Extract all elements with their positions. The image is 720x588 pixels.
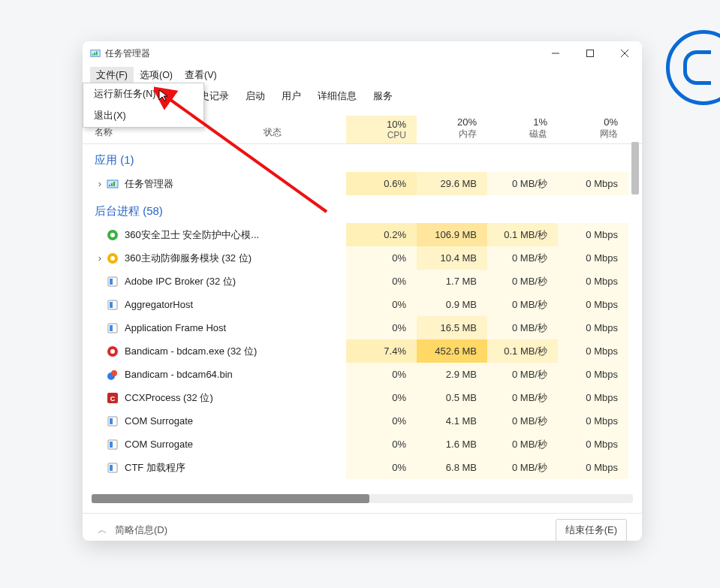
- process-name: ›Application Frame Host: [83, 322, 264, 334]
- net-cell: 0 Mbps: [558, 316, 628, 339]
- svg-rect-21: [110, 325, 113, 331]
- table-row[interactable]: ›AggregatorHost0%0.9 MB0 MB/秒0 Mbps: [83, 293, 642, 316]
- svg-rect-19: [110, 302, 113, 308]
- net-cell: 0 Mbps: [558, 339, 628, 363]
- mem-cell: 2.9 MB: [417, 363, 487, 386]
- col-disk[interactable]: 1%磁盘: [487, 113, 558, 143]
- decorative-badge: [666, 30, 720, 105]
- svg-rect-10: [111, 183, 113, 186]
- table-row[interactable]: ›COM Surrogate0%1.6 MB0 MB/秒0 Mbps: [83, 433, 642, 456]
- process-name-text: COM Surrogate: [125, 439, 193, 450]
- mem-cell: 6.8 MB: [417, 456, 487, 479]
- table-row[interactable]: ›360主动防御服务模块 (32 位)0%10.4 MB0 MB/秒0 Mbps: [83, 246, 642, 270]
- disk-cell: 0 MB/秒: [487, 316, 558, 339]
- process-name-text: 任务管理器: [125, 177, 173, 191]
- process-icon: [107, 276, 119, 288]
- process-name-text: Bandicam - bdcam64.bin: [125, 369, 233, 380]
- mem-cell: 10.4 MB: [417, 246, 487, 270]
- menu-file[interactable]: 文件(F): [90, 67, 134, 84]
- net-cell: 0 Mbps: [558, 246, 628, 270]
- mem-cell: 29.6 MB: [417, 172, 487, 195]
- process-name-text: AggregatorHost: [125, 299, 193, 310]
- col-memory[interactable]: 20%内存: [417, 113, 487, 143]
- mem-cell: 452.6 MB: [417, 339, 487, 363]
- svg-rect-29: [110, 418, 113, 424]
- cpu-cell: 7.4%: [346, 339, 417, 363]
- col-network[interactable]: 0%网络: [558, 113, 628, 143]
- close-button[interactable]: [607, 41, 642, 65]
- svg-point-25: [111, 370, 117, 376]
- net-cell: 0 Mbps: [558, 409, 628, 433]
- table-row[interactable]: ›Adobe IPC Broker (32 位)0%1.7 MB0 MB/秒0 …: [83, 270, 642, 293]
- horizontal-scrollbar[interactable]: [92, 494, 633, 503]
- cpu-cell: 0%: [346, 270, 417, 293]
- net-cell: 0 Mbps: [558, 223, 628, 246]
- svg-point-15: [110, 256, 115, 261]
- tab-services[interactable]: 服务: [365, 85, 401, 109]
- disk-cell: 0 MB/秒: [487, 363, 558, 386]
- process-name: ›Adobe IPC Broker (32 位): [83, 275, 264, 288]
- chevron-right-icon[interactable]: ›: [95, 252, 105, 264]
- net-cell: 0 Mbps: [558, 433, 628, 456]
- minimize-button[interactable]: [538, 41, 573, 65]
- cpu-cell: 0%: [346, 363, 417, 386]
- table-row[interactable]: ›COM Surrogate0%4.1 MB0 MB/秒0 Mbps: [83, 409, 642, 433]
- table-row[interactable]: ›任务管理器0.6%29.6 MB0 MB/秒0 Mbps: [83, 172, 642, 195]
- section-background: 后台进程 (58): [83, 195, 642, 223]
- titlebar[interactable]: 任务管理器: [83, 41, 642, 65]
- table-row[interactable]: ›Bandicam - bdcam.exe (32 位)7.4%452.6 MB…: [83, 339, 642, 363]
- menu-exit[interactable]: 退出(X): [83, 105, 203, 127]
- chevron-right-icon[interactable]: ›: [95, 178, 105, 189]
- maximize-button[interactable]: [573, 41, 607, 65]
- menu-view[interactable]: 查看(V): [179, 67, 223, 84]
- footer: ︿ 简略信息(D) 结束任务(E): [83, 514, 642, 541]
- content-area: 名称 状态 10%CPU 20%内存 1%磁盘 0%网络 应用 (1)›任务管理…: [83, 107, 642, 514]
- process-list[interactable]: 应用 (1)›任务管理器0.6%29.6 MB0 MB/秒0 Mbps后台进程 …: [83, 144, 642, 513]
- tab-details[interactable]: 详细信息: [309, 85, 365, 109]
- table-row[interactable]: ›CTF 加载程序0%6.8 MB0 MB/秒0 Mbps: [83, 456, 642, 479]
- net-cell: 0 Mbps: [558, 363, 628, 386]
- svg-rect-3: [96, 51, 98, 55]
- process-name: ›CCCXProcess (32 位): [83, 391, 264, 405]
- process-name: ›AggregatorHost: [83, 299, 264, 311]
- cpu-cell: 0%: [346, 456, 417, 479]
- tab-users[interactable]: 用户: [273, 85, 309, 109]
- process-icon: [107, 345, 119, 357]
- table-row[interactable]: ›Bandicam - bdcam64.bin0%2.9 MB0 MB/秒0 M…: [83, 363, 642, 386]
- fewer-details-link[interactable]: 简略信息(D): [115, 523, 167, 537]
- tab-startup[interactable]: 启动: [237, 85, 273, 109]
- mem-cell: 16.5 MB: [417, 316, 487, 339]
- process-name: ›360主动防御服务模块 (32 位): [83, 252, 264, 265]
- table-row[interactable]: ›Application Frame Host0%16.5 MB0 MB/秒0 …: [83, 316, 642, 339]
- file-menu-dropdown: 运行新任务(N) 退出(X): [83, 83, 204, 128]
- process-name: ›任务管理器: [83, 177, 264, 191]
- process-icon: [107, 322, 119, 334]
- process-name: ›360安全卫士 安全防护中心模...: [83, 228, 264, 242]
- scroll-thumb[interactable]: [631, 142, 639, 194]
- col-status[interactable]: 状态: [264, 126, 346, 143]
- disk-cell: 0.1 MB/秒: [487, 339, 558, 363]
- window-title: 任务管理器: [105, 47, 150, 60]
- disk-cell: 0 MB/秒: [487, 386, 558, 409]
- disk-cell: 0 MB/秒: [487, 172, 558, 195]
- process-icon: C: [107, 392, 119, 404]
- mem-cell: 4.1 MB: [417, 409, 487, 433]
- process-name-text: Application Frame Host: [125, 322, 226, 333]
- menu-options[interactable]: 选项(O): [134, 67, 179, 84]
- col-cpu[interactable]: 10%CPU: [346, 116, 417, 143]
- svg-rect-9: [109, 185, 110, 186]
- mem-cell: 0.9 MB: [417, 293, 487, 316]
- disk-cell: 0 MB/秒: [487, 293, 558, 316]
- cpu-cell: 0%: [346, 409, 417, 433]
- vertical-scrollbar[interactable]: [630, 110, 639, 474]
- table-row[interactable]: ›360安全卫士 安全防护中心模...0.2%106.9 MB0.1 MB/秒0…: [83, 223, 642, 246]
- table-row[interactable]: ›CCCXProcess (32 位)0%0.5 MB0 MB/秒0 Mbps: [83, 386, 642, 409]
- menu-run-new-task[interactable]: 运行新任务(N): [83, 83, 203, 105]
- hscroll-thumb[interactable]: [92, 494, 369, 503]
- cpu-cell: 0.6%: [346, 172, 417, 195]
- process-icon: [107, 415, 119, 427]
- process-name-text: CCXProcess (32 位): [125, 391, 213, 405]
- end-task-button[interactable]: 结束任务(E): [556, 519, 627, 541]
- process-name: ›CTF 加载程序: [83, 461, 264, 475]
- cpu-cell: 0%: [346, 246, 417, 270]
